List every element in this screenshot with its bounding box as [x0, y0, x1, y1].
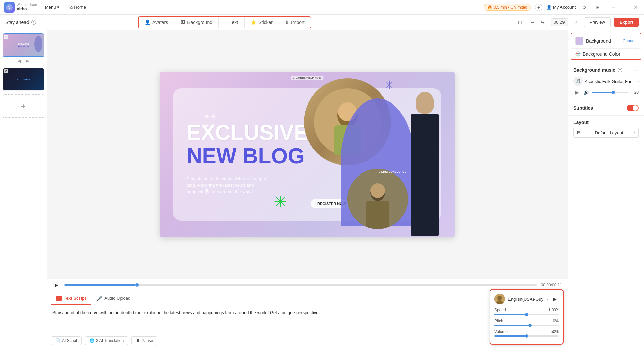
main-canvas[interactable]: ✳ ✦✦✦✦ ✦ ✳ EXCLUSIVE NEW BLOG Stay ahead… — [160, 72, 455, 237]
bg-music-help-icon[interactable]: ? — [618, 68, 622, 72]
topbar-right: 🔥 0.5 min / Unlimited + 👤 My Account ↺ ⊞… — [484, 3, 640, 12]
canvas-text-newblog: NEW BLOG — [186, 145, 305, 167]
info-icon[interactable]: ? — [31, 20, 36, 25]
music-volume-value: 20 — [631, 90, 639, 95]
toolbar2-right: ⊡ ↩ ↪ 00:29 ? Preview Export — [515, 17, 639, 27]
history-button[interactable]: ↺ — [580, 3, 589, 12]
slides-panel: EXCLUSIVE NEW BLOG 1 ◀ ▶ EXCLUSIVE 2 — [0, 30, 47, 348]
home-button[interactable]: ⌂ Home — [67, 3, 89, 11]
logo-area: V Wondershare Virbo — [4, 2, 37, 13]
ai-translation-icon: 🌐 — [89, 338, 94, 343]
home-icon: ⌂ — [70, 5, 73, 10]
current-time: 00:00 — [541, 283, 551, 287]
slide-item-1[interactable]: EXCLUSIVE NEW BLOG 1 ◀ ▶ — [3, 33, 44, 64]
location-tag: 7 GREENWICH AVE. — [291, 76, 323, 80]
text-label: Text — [230, 20, 238, 25]
sticker-label: Sticker — [258, 20, 273, 25]
export-button[interactable]: Export — [614, 18, 639, 27]
bg-header: Background Change — [571, 33, 641, 48]
man-shoulders — [411, 114, 439, 124]
slide-item-2[interactable]: EXCLUSIVE 2 — [3, 68, 44, 91]
minimize-button[interactable]: − — [609, 3, 619, 12]
play-button[interactable]: ▶ — [52, 281, 60, 289]
volume-slider[interactable] — [494, 335, 559, 337]
avatars-tab[interactable]: 👤 Avatars — [139, 17, 174, 28]
bg-music-section: Background music ? – 🎵 Acoustic Folk Gui… — [568, 63, 644, 100]
undo-button[interactable]: ↩ — [528, 18, 537, 27]
man-head — [416, 92, 434, 114]
music-chevron-icon[interactable]: › — [637, 79, 639, 84]
main-toolbar: 👤 Avatars 🖼 Background T Text ⭐ Sticker … — [138, 16, 311, 28]
help-button[interactable]: ? — [571, 18, 581, 27]
redo-button[interactable]: ↪ — [538, 18, 547, 27]
speed-param: Speed 1.00X — [494, 308, 559, 315]
voice-name: English(USA)-Guy — [508, 297, 544, 302]
chevron-down-icon: ▾ — [57, 5, 59, 10]
layout-select[interactable]: ⊞ Default Layout › — [573, 128, 639, 138]
voice-panel: English(USA)-Guy › ▶ Speed 1.00X Pitch 0… — [490, 289, 564, 345]
timeline-progress — [64, 284, 135, 286]
tab-audio-upload[interactable]: 🎤 Audio Upload — [91, 292, 136, 305]
pause-label: Pause — [142, 338, 153, 343]
slide-prev-btn[interactable]: ◀ — [16, 58, 23, 64]
volume-fill — [494, 335, 527, 337]
volume-thumb — [525, 334, 528, 338]
bg-music-label: Background music — [573, 67, 615, 73]
canvas-circle-3 — [347, 169, 408, 229]
bg-color-row[interactable]: Background Color › — [571, 48, 641, 59]
voice-chevron-icon[interactable]: › — [547, 297, 548, 301]
svg-point-12 — [578, 53, 580, 54]
speed-slider[interactable] — [494, 314, 559, 315]
window-controls: − □ ✕ — [609, 3, 640, 12]
duration-display: 00:29 — [551, 18, 568, 26]
volume-value: 50% — [551, 329, 559, 334]
slide-controls-1: ◀ ▶ — [3, 58, 44, 64]
app-logo-text: Virbo — [17, 7, 37, 11]
grid-button[interactable]: ⊞ — [593, 3, 602, 12]
subtitles-toggle[interactable] — [627, 105, 639, 111]
import-label: Import — [291, 20, 305, 25]
playback-bar: ▶ 00:00/00:11 — [47, 279, 568, 291]
layout-button[interactable]: ⊡ — [515, 18, 525, 27]
text-tab[interactable]: T Text — [219, 17, 245, 28]
account-button[interactable]: 👤 My Account — [546, 5, 576, 10]
man-figure — [401, 88, 448, 236]
svg-text:V: V — [8, 6, 11, 9]
timeline-track[interactable] — [64, 284, 537, 286]
add-time-button[interactable]: + — [535, 4, 542, 11]
text-icon: T — [225, 20, 228, 25]
tab-text-script[interactable]: T Text Script — [51, 292, 91, 305]
pause-button[interactable]: ⏸ Pause — [131, 336, 157, 345]
brand-name: Wondershare — [17, 3, 37, 7]
script-text[interactable]: Stay ahead of the curve with our in-dept… — [52, 309, 562, 317]
bg-color-swatch — [575, 37, 583, 45]
music-volume-slider[interactable] — [592, 92, 628, 93]
menu-button[interactable]: Menu ▾ — [42, 3, 62, 11]
speed-header: Speed 1.00X — [494, 308, 559, 312]
sticker-icon: ⭐ — [251, 20, 256, 25]
add-slide-button[interactable]: + — [3, 94, 44, 118]
change-bg-button[interactable]: Change — [623, 39, 637, 43]
canvas-text-exclusive: EXCLUSIVE — [186, 122, 308, 143]
music-play-button[interactable]: ▶ — [573, 89, 581, 96]
ai-translation-button[interactable]: 🌐 3 AI Translation — [85, 336, 128, 345]
slide-next-btn[interactable]: ▶ — [24, 58, 31, 64]
ai-script-button[interactable]: 📄 AI Script — [51, 336, 82, 345]
subtitles-label: Subtitles — [573, 105, 593, 111]
close-button[interactable]: ✕ — [631, 3, 640, 12]
bg-music-collapse-button[interactable]: – — [632, 67, 639, 73]
canvas-wrapper: ✳ ✦✦✦✦ ✦ ✳ EXCLUSIVE NEW BLOG Stay ahead… — [47, 30, 568, 279]
undo-redo: ↩ ↪ — [528, 18, 547, 27]
sticker-tab[interactable]: ⭐ Sticker — [245, 17, 279, 28]
import-tab[interactable]: ⬇ Import — [279, 17, 311, 28]
music-select: 🎵 Acoustic Folk Guitar Fun › — [573, 77, 639, 86]
pitch-slider[interactable] — [494, 325, 559, 326]
pitch-value: 0% — [553, 319, 559, 323]
account-label: My Account — [553, 5, 576, 10]
time-remaining: 0.5 min / Unlimited — [494, 5, 527, 10]
background-tab[interactable]: 🖼 Background — [174, 17, 219, 28]
voice-play-button[interactable]: ▶ — [551, 295, 559, 303]
preview-button[interactable]: Preview — [584, 17, 611, 27]
restore-button[interactable]: □ — [620, 3, 629, 12]
bg-music-title: Background music ? — [573, 67, 622, 73]
